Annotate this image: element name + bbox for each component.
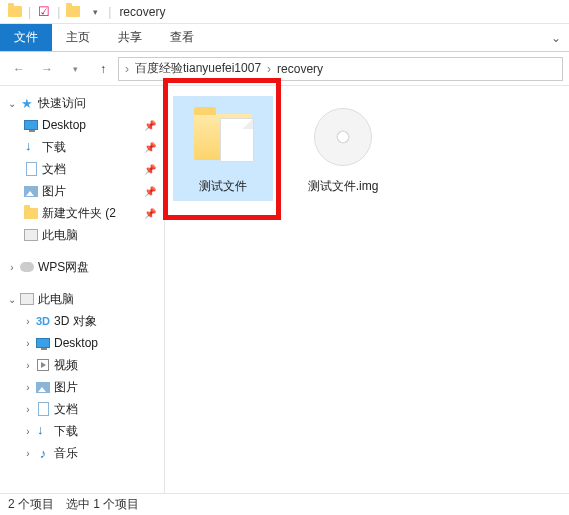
forward-button: → xyxy=(34,56,60,82)
file-name: 测试文件.img xyxy=(308,178,379,195)
file-item-img[interactable]: 测试文件.img xyxy=(293,96,393,201)
expand-icon[interactable]: › xyxy=(22,404,34,415)
download-icon xyxy=(22,139,40,155)
sidebar-label: 下载 xyxy=(54,423,78,440)
pc-icon xyxy=(22,227,40,243)
sidebar-label: 文档 xyxy=(54,401,78,418)
breadcrumb-item[interactable]: 百度经验tianyuefei1007 xyxy=(131,60,265,77)
sidebar-item-videos[interactable]: › 视频 xyxy=(0,354,164,376)
sidebar-label: 视频 xyxy=(54,357,78,374)
pin-icon: 📌 xyxy=(144,186,156,197)
sidebar-label: 图片 xyxy=(54,379,78,396)
status-selected: 选中 1 个项目 xyxy=(66,496,139,513)
expand-icon[interactable]: › xyxy=(22,316,34,327)
pc-icon xyxy=(18,291,36,307)
sidebar-item-documents[interactable]: 文档 📌 xyxy=(0,158,164,180)
recent-dropdown-icon[interactable]: ▾ xyxy=(62,56,88,82)
pin-icon: 📌 xyxy=(144,208,156,219)
sidebar-item-desktop2[interactable]: › Desktop xyxy=(0,332,164,354)
expand-icon[interactable]: › xyxy=(22,448,34,459)
body: ⌄ ★ 快速访问 Desktop 📌 下载 📌 文档 📌 图片 📌 新建文件夹 … xyxy=(0,86,569,493)
breadcrumb-item[interactable]: recovery xyxy=(273,62,327,76)
collapse-icon[interactable]: ⌄ xyxy=(6,294,18,305)
expand-icon[interactable]: › xyxy=(22,360,34,371)
doc-icon xyxy=(22,161,40,177)
sidebar-label: Desktop xyxy=(42,118,86,132)
status-count: 2 个项目 xyxy=(8,496,54,513)
separator: | xyxy=(108,5,111,19)
folder-icon xyxy=(65,4,81,20)
folder-icon xyxy=(7,4,23,20)
sidebar-label: 此电脑 xyxy=(42,227,78,244)
tab-share[interactable]: 共享 xyxy=(104,24,156,51)
tab-home[interactable]: 主页 xyxy=(52,24,104,51)
address-bar[interactable]: › 百度经验tianyuefei1007 › recovery xyxy=(118,57,563,81)
sidebar-wps[interactable]: › WPS网盘 xyxy=(0,256,164,278)
tab-view[interactable]: 查看 xyxy=(156,24,208,51)
sidebar-label: 图片 xyxy=(42,183,66,200)
sidebar-label: 下载 xyxy=(42,139,66,156)
pin-icon: 📌 xyxy=(144,164,156,175)
navbar: ← → ▾ ↑ › 百度经验tianyuefei1007 › recovery xyxy=(0,52,569,86)
sidebar-item-3d[interactable]: › 3D 3D 对象 xyxy=(0,310,164,332)
sidebar-label: 文档 xyxy=(42,161,66,178)
chevron-right-icon: › xyxy=(123,62,131,76)
video-icon xyxy=(34,357,52,373)
sidebar-label: 音乐 xyxy=(54,445,78,462)
chevron-right-icon: › xyxy=(265,62,273,76)
sidebar-item-newfolder[interactable]: 新建文件夹 (2 📌 xyxy=(0,202,164,224)
star-icon: ★ xyxy=(18,95,36,111)
pin-icon: 📌 xyxy=(144,142,156,153)
sidebar-label: 新建文件夹 (2 xyxy=(42,205,116,222)
checkbox-icon[interactable]: ☑ xyxy=(36,4,52,20)
dropdown-icon[interactable]: ▾ xyxy=(87,4,103,20)
separator: | xyxy=(57,5,60,19)
expand-icon[interactable]: › xyxy=(22,426,34,437)
statusbar: 2 个项目 选中 1 个项目 xyxy=(0,493,569,515)
file-item-folder[interactable]: 测试文件 xyxy=(173,96,273,201)
expand-icon[interactable]: › xyxy=(6,262,18,273)
tab-file[interactable]: 文件 xyxy=(0,24,52,51)
back-button[interactable]: ← xyxy=(6,56,32,82)
ribbon-expand-icon[interactable]: ⌄ xyxy=(543,24,569,51)
ribbon: 文件 主页 共享 查看 ⌄ xyxy=(0,24,569,52)
file-pane[interactable]: 测试文件 测试文件.img xyxy=(165,86,569,493)
sidebar-label: WPS网盘 xyxy=(38,259,89,276)
sidebar-quick-access[interactable]: ⌄ ★ 快速访问 xyxy=(0,92,164,114)
up-button[interactable]: ↑ xyxy=(90,56,116,82)
monitor-icon xyxy=(22,117,40,133)
sidebar-thispc[interactable]: ⌄ 此电脑 xyxy=(0,288,164,310)
monitor-icon xyxy=(34,335,52,351)
sidebar-item-downloads[interactable]: 下载 📌 xyxy=(0,136,164,158)
sidebar: ⌄ ★ 快速访问 Desktop 📌 下载 📌 文档 📌 图片 📌 新建文件夹 … xyxy=(0,86,165,493)
music-icon: ♪ xyxy=(34,445,52,461)
expand-icon[interactable]: › xyxy=(22,382,34,393)
sidebar-item-pictures2[interactable]: › 图片 xyxy=(0,376,164,398)
sidebar-item-music[interactable]: › ♪ 音乐 xyxy=(0,442,164,464)
3d-icon: 3D xyxy=(34,313,52,329)
sidebar-item-desktop[interactable]: Desktop 📌 xyxy=(0,114,164,136)
sidebar-item-documents2[interactable]: › 文档 xyxy=(0,398,164,420)
pin-icon: 📌 xyxy=(144,120,156,131)
sidebar-label: 3D 对象 xyxy=(54,313,97,330)
folder-icon xyxy=(22,205,40,221)
disc-icon xyxy=(308,102,378,172)
sidebar-item-pictures[interactable]: 图片 📌 xyxy=(0,180,164,202)
sidebar-item-downloads2[interactable]: › 下载 xyxy=(0,420,164,442)
file-name: 测试文件 xyxy=(199,178,247,195)
titlebar: | ☑ | ▾ | recovery xyxy=(0,0,569,24)
sidebar-label: Desktop xyxy=(54,336,98,350)
expand-icon[interactable]: › xyxy=(22,338,34,349)
sidebar-label: 此电脑 xyxy=(38,291,74,308)
sidebar-item-thispc-quick[interactable]: 此电脑 xyxy=(0,224,164,246)
cloud-icon xyxy=(18,259,36,275)
sidebar-label: 快速访问 xyxy=(38,95,86,112)
folder-icon xyxy=(188,102,258,172)
collapse-icon[interactable]: ⌄ xyxy=(6,98,18,109)
separator: | xyxy=(28,5,31,19)
doc-icon xyxy=(34,401,52,417)
download-icon xyxy=(34,423,52,439)
window-title: recovery xyxy=(119,5,165,19)
picture-icon xyxy=(34,379,52,395)
picture-icon xyxy=(22,183,40,199)
